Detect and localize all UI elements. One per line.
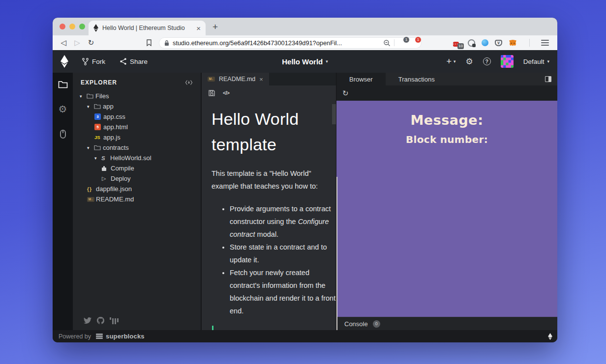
close-window-button[interactable]	[60, 24, 65, 29]
tree-item[interactable]: JSapp.js	[73, 132, 201, 142]
browser-tabstrip: Hello World | Ethereum Studio × +	[53, 18, 557, 35]
refresh-icon[interactable]: ↻	[342, 89, 349, 98]
fork-label: Fork	[92, 58, 105, 65]
panel-layout-icon[interactable]	[545, 76, 551, 82]
new-project-button[interactable]: +▾	[446, 56, 455, 67]
ethereum-logo[interactable]	[61, 55, 68, 68]
maximize-window-button[interactable]	[79, 24, 85, 29]
files-panel-icon[interactable]	[58, 81, 68, 88]
file-label: app	[103, 103, 114, 110]
editor-tab-readme[interactable]: M↓ README.md ×	[202, 73, 269, 85]
solidity-icon: S	[101, 155, 110, 161]
html-icon: 5	[94, 124, 103, 130]
file-label: app.css	[103, 113, 125, 120]
caret-down-icon[interactable]: ▾	[94, 156, 101, 161]
project-title-dropdown[interactable]: Hello World ▾	[282, 57, 328, 66]
bookmark-icon[interactable]	[146, 39, 152, 46]
console-bar[interactable]: Console 0	[336, 317, 557, 330]
explorer-title: EXPLORER	[81, 79, 117, 86]
tree-item[interactable]: 5app.html	[73, 122, 201, 132]
close-icon[interactable]: ×	[259, 76, 263, 83]
network-dropdown[interactable]: Default ▾	[523, 58, 549, 65]
share-button[interactable]: Share	[120, 58, 148, 65]
interact-panel-icon[interactable]	[60, 130, 66, 139]
readme-heading: Hello World template	[212, 106, 330, 157]
tab-close-icon[interactable]: ×	[196, 24, 201, 32]
settings-panel-icon[interactable]: ⚙	[59, 103, 67, 115]
tree-item[interactable]: ▾SHelloWorld.sol	[73, 153, 201, 163]
file-label: dappfile.json	[96, 185, 132, 193]
editor-scrollbar[interactable]	[332, 104, 336, 124]
readme-intro: This template is a "Hello World" example…	[212, 167, 327, 193]
readme-bullet: Provide arguments to a contract construc…	[230, 202, 336, 241]
forward-icon[interactable]: ▷	[71, 38, 83, 47]
address-bar[interactable]: studio.ethereum.org/5e6a9f1426b473001234…	[159, 37, 422, 49]
file-label: Files	[95, 92, 109, 100]
pane-splitter[interactable]	[336, 177, 337, 330]
caret-down-icon[interactable]: ▾	[87, 145, 94, 150]
tree-item[interactable]: 3app.css	[73, 112, 201, 122]
gitter-icon[interactable]	[110, 317, 119, 324]
folder-icon	[87, 93, 95, 99]
tab-title: Hello World | Ethereum Studio	[102, 25, 192, 31]
editor-tab-label: README.md	[219, 76, 255, 83]
new-tab-button[interactable]: +	[212, 22, 218, 32]
preview-tab-transactions[interactable]: Transactions	[386, 73, 448, 85]
extensions-cluster: ··· 10 ∨	[453, 39, 549, 47]
browser-toolbar: ◁ ▷ ↻ studio.ethereum.org/5e6a9f1426b473…	[53, 35, 557, 50]
json-icon: {}	[87, 186, 96, 192]
settings-gear-icon[interactable]: ⚙	[465, 56, 473, 66]
file-label: HelloWorld.sol	[110, 154, 152, 162]
minimize-window-button[interactable]	[69, 24, 75, 29]
zoom-out-icon[interactable]	[383, 39, 391, 47]
preview-reload-bar: ↻	[336, 85, 557, 101]
tree-item[interactable]: ▾app	[73, 101, 201, 112]
adblock-triangle-icon[interactable]: 1	[410, 39, 418, 47]
readme-bullet-list: Provide arguments to a contract construc…	[212, 202, 336, 317]
brave-badge: 1	[403, 37, 409, 43]
tree-item[interactable]: ▾Files	[73, 91, 201, 101]
readme-content: Hello World template This template is a …	[202, 100, 336, 330]
block-number-label: Block number:	[336, 134, 557, 145]
message-label: Message:	[336, 112, 557, 128]
help-icon[interactable]: ?	[483, 57, 491, 65]
fork-button[interactable]: Fork	[82, 58, 105, 65]
tree-item[interactable]: Compile	[73, 163, 201, 173]
browser-window: Hello World | Ethereum Studio × + ◁ ▷ ↻ …	[53, 18, 557, 342]
caret-down-icon[interactable]: ▾	[87, 104, 94, 109]
save-icon[interactable]	[209, 90, 215, 96]
superblocks-brand[interactable]: superblocks	[106, 333, 145, 340]
social-links	[84, 317, 119, 324]
view-code-icon[interactable]: </>	[223, 90, 229, 96]
caret-down-icon[interactable]: ▾	[80, 94, 87, 99]
desktop: { "browser": { "tab_title": "Hello World…	[0, 0, 606, 364]
readme-bullet: Fetch your newly created contract's info…	[230, 266, 336, 317]
folder-icon	[94, 104, 103, 109]
pocket-icon[interactable]: ∨	[495, 40, 502, 46]
avatar[interactable]	[501, 55, 514, 68]
browser-tab[interactable]: Hello World | Ethereum Studio ×	[89, 21, 206, 35]
metamask-icon[interactable]	[509, 39, 517, 47]
github-icon[interactable]	[97, 317, 104, 324]
brave-shield-icon[interactable]: 1	[398, 39, 406, 47]
menu-icon[interactable]	[541, 40, 549, 46]
url-text: studio.ethereum.org/5e6a9f1426b473001234…	[173, 39, 380, 47]
preview-tabbar: BrowserTransactions	[336, 73, 557, 85]
tree-item[interactable]: M↓README.md	[73, 194, 201, 204]
reload-icon[interactable]: ↻	[85, 38, 97, 47]
tree-item[interactable]: ▷Deploy	[73, 173, 201, 184]
file-label: app.js	[103, 134, 121, 141]
preview-tab-browser[interactable]: Browser	[336, 73, 386, 85]
twitter-icon[interactable]	[84, 317, 91, 324]
lastpass-badge: 10	[457, 43, 464, 49]
lastpass-icon[interactable]: ··· 10	[453, 39, 461, 47]
back-icon[interactable]: ◁	[58, 38, 69, 47]
readme-bullet: Store state in a contract and to update …	[230, 241, 336, 266]
privacy-clock-icon[interactable]	[468, 39, 475, 47]
triangle-badge: 1	[415, 37, 421, 43]
collapse-code-icon[interactable]	[185, 80, 193, 85]
tree-item[interactable]: {}dappfile.json	[73, 184, 201, 194]
markdown-icon: M↓	[87, 197, 96, 202]
blue-extension-icon[interactable]	[482, 39, 488, 46]
tree-item[interactable]: ▾contracts	[73, 142, 201, 153]
